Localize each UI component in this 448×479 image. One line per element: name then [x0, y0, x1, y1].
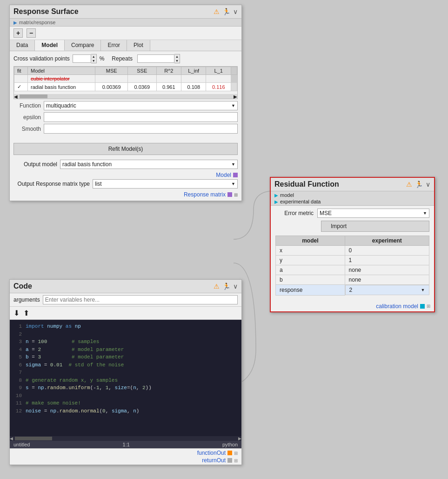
add-button[interactable]: + — [13, 28, 23, 38]
rf-breadcrumb: ▶ model ▶ experimental data — [271, 191, 434, 206]
rf-th-model: model — [276, 236, 345, 246]
tab-model[interactable]: Model — [35, 40, 65, 51]
rf-exp-response: 2 ▼ — [345, 285, 429, 295]
th-r2: R^2 — [156, 67, 181, 75]
code-line: 12 noise = np.random.normal(0, sigma, n) — [13, 407, 238, 415]
hscroll-right[interactable]: ▶ — [234, 94, 237, 99]
run-icon[interactable]: 🏃 — [222, 8, 230, 15]
table-hscroll[interactable]: ◀ ▶ — [14, 94, 237, 99]
output-model-arrow: ▼ — [231, 162, 235, 167]
output-type-row: Output Response matrix type list ▼ — [10, 179, 241, 189]
table-row[interactable]: ✓ radial basis function 0.00369 0.0369 0… — [14, 83, 237, 91]
rs-header-icons: ⚠ 🏃 ∨ — [214, 8, 238, 15]
error-metric-value: MSE — [320, 210, 423, 216]
collapse-icon[interactable]: ∨ — [233, 8, 238, 15]
download-icon[interactable]: ⬇ — [13, 309, 20, 317]
cv-up[interactable]: ▲ — [91, 54, 96, 59]
tab-compare[interactable]: Compare — [65, 40, 101, 51]
rf-collapse-icon[interactable]: ∨ — [426, 181, 430, 188]
mse-cell — [95, 75, 128, 83]
code-editor[interactable]: 1 import numpy as np 2 3 n = 100 # sampl… — [10, 320, 241, 436]
code-run-icon[interactable]: 🏃 — [222, 283, 230, 290]
response-surface-panel: Response Surface ⚠ 🏃 ∨ ▶ matrix/response… — [9, 5, 242, 201]
repeats-spinner[interactable]: 1 ▲ ▼ — [137, 54, 180, 63]
cv-row: Cross validation points 10 ▲ ▼ % Repeats… — [13, 54, 238, 63]
smooth-label: Smooth — [13, 126, 44, 132]
code-filename: untitled — [13, 442, 30, 447]
return-out-label: returnOut — [202, 457, 226, 464]
tab-data[interactable]: Data — [10, 40, 35, 51]
code-hscroll[interactable]: ◀ ▶ — [10, 436, 241, 441]
scroll-cell — [231, 75, 237, 83]
grid-icon-3: ⊞ — [234, 458, 238, 463]
rf-content: Error metric MSE ▼ Import model experime… — [271, 206, 434, 301]
output-type-select[interactable]: list ▼ — [93, 179, 238, 189]
code-collapse-icon[interactable]: ∨ — [233, 283, 238, 290]
table-row: a none — [276, 265, 429, 275]
epsilon-input[interactable]: 1.0 — [44, 112, 238, 122]
tab-error[interactable]: Error — [101, 40, 127, 51]
error-metric-select[interactable]: MSE ▼ — [317, 209, 429, 218]
repeats-down[interactable]: ▼ — [174, 59, 180, 63]
rf-grid-icon: ⊞ — [427, 304, 430, 309]
response-matrix-link: Response matrix — [184, 191, 226, 198]
r2-cell — [156, 75, 181, 83]
output-model-select[interactable]: radial basis function ▼ — [60, 160, 238, 169]
code-line: 5 b = 3 # model parameter — [13, 353, 238, 361]
rf-exp-a: none — [345, 265, 429, 275]
rf-breadcrumb-text-1: model — [280, 192, 294, 198]
table-row: x 0 — [276, 246, 429, 256]
th-l1: L_1 — [206, 67, 231, 75]
cv-down[interactable]: ▼ — [91, 59, 96, 63]
hscroll-thumb[interactable] — [20, 94, 47, 98]
scroll-cell — [231, 83, 237, 91]
import-btn[interactable]: Import — [321, 221, 429, 232]
response-matrix-row: Response matrix ⊞ — [10, 190, 241, 201]
cv-input[interactable]: 10 — [73, 54, 91, 63]
cv-label: Cross validation points — [13, 55, 70, 62]
rf-exp-y: 1 — [345, 256, 429, 265]
cv-unit: % — [100, 55, 105, 62]
remove-button[interactable]: − — [27, 28, 36, 38]
linf-cell: 0.108 — [181, 83, 206, 91]
code-args-input[interactable] — [43, 295, 238, 304]
code-position: 1:1 — [123, 442, 130, 447]
add-remove-bar: + − — [10, 27, 241, 40]
smooth-input[interactable]: 0.0 — [44, 124, 238, 134]
rs-header: Response Surface ⚠ 🏃 ∨ — [10, 5, 241, 19]
table-row[interactable]: cubic interpolator — [14, 75, 237, 83]
model-cell: cubic interpolator — [28, 75, 95, 83]
repeats-input[interactable]: 1 — [137, 54, 174, 63]
code-hscroll-left[interactable]: ◀ — [10, 436, 13, 441]
rf-table: model experiment x 0 y 1 a none b — [275, 236, 429, 296]
cv-spinner-btns: ▲ ▼ — [91, 54, 97, 63]
repeats-up[interactable]: ▲ — [174, 54, 180, 59]
code-language: python — [222, 442, 238, 447]
rf-header: Residual Function ⚠ 🏃 ∨ — [271, 178, 434, 191]
upload-icon[interactable]: ⬆ — [23, 309, 29, 317]
tab-plot[interactable]: Plot — [127, 40, 150, 51]
rf-warning-icon[interactable]: ⚠ — [406, 181, 412, 188]
function-value: multiquadric — [46, 102, 231, 109]
hscroll-left[interactable]: ◀ — [14, 94, 18, 99]
code-args-label: arguments — [13, 297, 40, 303]
code-line: 2 — [13, 331, 238, 338]
cv-spinner[interactable]: 10 ▲ ▼ — [73, 54, 97, 63]
epsilon-row: epsilon 1.0 — [13, 112, 238, 122]
refit-button[interactable]: Refit Model(s) — [13, 143, 238, 155]
warning-icon[interactable]: ⚠ — [214, 8, 220, 15]
code-hscroll-right[interactable]: ▶ — [238, 436, 241, 441]
error-metric-arrow: ▼ — [423, 211, 427, 216]
code-hscroll-thumb[interactable] — [15, 437, 52, 440]
function-select[interactable]: multiquadric ▼ — [44, 101, 238, 110]
rs-content: Cross validation points 10 ▲ ▼ % Repeats… — [10, 51, 241, 138]
l1-cell — [206, 75, 231, 83]
code-warning-icon[interactable]: ⚠ — [214, 283, 220, 290]
rf-run-icon[interactable]: 🏃 — [415, 181, 423, 188]
sse-cell: 0.0369 — [128, 83, 157, 91]
table-row: b none — [276, 275, 429, 285]
table-row[interactable]: response 2 ▼ — [276, 285, 429, 296]
function-out-label: functionOut — [197, 450, 226, 456]
calibration-model-row: calibration model ⊞ — [271, 301, 434, 311]
th-fit: fit — [14, 67, 28, 75]
